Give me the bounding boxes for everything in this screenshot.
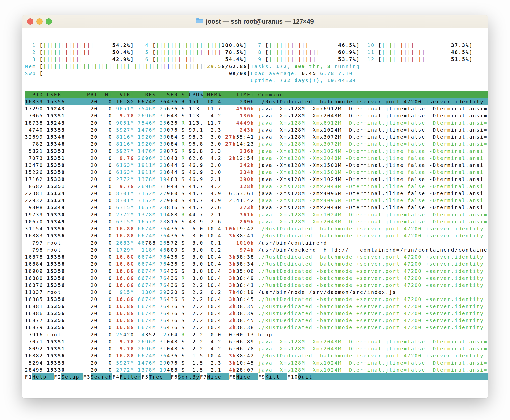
- process-row[interactable]: 797root2002683M4678826572S3.00.11010h/us…: [25, 239, 488, 246]
- cell-ni: 0: [101, 366, 112, 373]
- process-row[interactable]: 10670153492006315M1657M28816S43.92.6269h…: [25, 218, 488, 225]
- cell-user: 15356: [47, 282, 83, 289]
- cell-mem: 10.4: [207, 232, 222, 239]
- process-row[interactable]: 168851535620016.8G6674M76436S2.210.43h38…: [25, 296, 488, 303]
- process-row[interactable]: 17290152432009051M7546M25636S113.11.7456…: [25, 105, 488, 112]
- process-row[interactable]: 9808153492006315M1657M28816S44.72.6273hj…: [25, 204, 488, 211]
- fkey-f8[interactable]: F8Nice +: [229, 373, 258, 380]
- fkey-f2[interactable]: F2Setup: [54, 373, 83, 380]
- close-button[interactable]: [27, 18, 33, 25]
- cell-pri: 20: [87, 338, 98, 345]
- process-row[interactable]: 798root2001729M118M46800S3.00.2974h/usr/…: [25, 246, 488, 253]
- cell-pri: 20: [87, 183, 98, 190]
- cell-time: 3h38:38: [225, 324, 254, 331]
- cell-shr: 28644: [160, 169, 178, 176]
- title-bar: joost — ssh root@uranus — 127×49: [22, 15, 488, 28]
- cell-cmd: java -Xms128M -Xmx1024M -Dterminal.jline…: [258, 126, 488, 133]
- cell-s: S: [182, 112, 185, 119]
- process-row[interactable]: 22381151342008301M3152M27980S44.74.96:53…: [25, 190, 488, 197]
- process-row[interactable]: 311541535620016.8G6674M76436S6.010.410h1…: [25, 225, 488, 232]
- process-row[interactable]: 7065153512009.7G2696M31048S113.4.2136hja…: [25, 112, 488, 119]
- cell-pid: 17162: [25, 176, 43, 183]
- cell-user: 15346: [47, 140, 83, 147]
- cell-user: 15351: [47, 345, 83, 352]
- cell-virt: 6315M: [116, 204, 134, 211]
- process-row[interactable]: 7071153512009.7G2696M31048S2.24.26:06.89…: [25, 338, 488, 345]
- cell-pri: 20: [87, 197, 98, 204]
- process-row[interactable]: 15226153502006163M1911M28644S46.93.0234h…: [25, 169, 488, 176]
- cell-shr: 28816: [160, 218, 178, 225]
- process-row[interactable]: 168781535620016.8G6674M76436S3.010.43h38…: [25, 253, 488, 260]
- process-row[interactable]: 11037root200915M130M29320S2.20.27h40:19/…: [25, 289, 488, 296]
- cell-ni: 0: [101, 267, 112, 275]
- fkey-f7[interactable]: F7Nice -: [200, 373, 229, 380]
- cell-pri: 20: [87, 359, 98, 366]
- cell-virt: 16.8G: [116, 260, 134, 267]
- cell-res: 1378M: [138, 176, 156, 183]
- cell-user: root: [47, 246, 83, 253]
- process-row[interactable]: 17162153302002772M1378M19488S46.92.1390h…: [25, 176, 488, 183]
- cell-cmd: java -Xms128M -Xmx1024M -Dterminal.jline…: [258, 359, 488, 366]
- process-row[interactable]: 168761535620016.8G6674M76436S2.210.43h38…: [25, 282, 488, 289]
- process-row[interactable]: 19739153302002772M1378M19488R44.72.1361h…: [25, 211, 488, 218]
- process-row[interactable]: 22932151342008301M3152M27980S44.74.92:41…: [25, 197, 488, 204]
- cell-cmd: java -Xms128M -Xmx3072M -Dterminal.jline…: [258, 140, 488, 147]
- cell-time: 4566h: [225, 105, 254, 112]
- process-row[interactable]: 18738152432009051M7546M25636R113.11.7444…: [25, 119, 488, 126]
- process-row[interactable]: 13470153502006163M1911M28644S46.93.0242h…: [25, 162, 488, 169]
- cell-shr: 76436: [160, 260, 178, 267]
- process-row[interactable]: 168861535620016.8G6674M76436S2.210.43h38…: [25, 310, 488, 317]
- process-row[interactable]: 5821153532005927M1476M29076R96.82.3236hj…: [25, 147, 488, 155]
- process-row-selected[interactable]: 168391535620016.8G6674M76436R151.10.4200…: [25, 98, 488, 105]
- cell-s: S: [182, 133, 185, 140]
- process-row[interactable]: 168801535620016.8G6674M76436R3.010.43h38…: [25, 275, 488, 282]
- cell-time: 6:06.89: [225, 338, 254, 345]
- cell-s: S: [182, 91, 185, 98]
- process-row[interactable]: 168821535620016.8G6674M76436S1.510.43h38…: [25, 352, 488, 359]
- cell-user: 15356: [47, 225, 83, 232]
- process-row[interactable]: 7916root2002542043522764R2.20.00:00.13ht…: [25, 331, 488, 338]
- process-row[interactable]: 8092153512009.7G2696M31048S2.24.26:06.78…: [25, 345, 488, 352]
- cell-pid: 16886: [25, 310, 43, 317]
- cell-virt: 16.8G: [116, 282, 134, 289]
- cell-virt: 16.8G: [116, 225, 134, 232]
- process-row[interactable]: 168841535620016.8G6674M76436S3.010.43h38…: [25, 260, 488, 267]
- process-row[interactable]: 168791535620016.8G6674M76436S2.210.43h38…: [25, 324, 488, 331]
- cell-s: S: [182, 366, 185, 373]
- fkey-f3[interactable]: F3Search: [83, 373, 112, 380]
- process-row[interactable]: 28495153302002772M1378M19488S1.52.14h28:…: [25, 366, 488, 373]
- process-row[interactable]: 5294153532005927M1476M29076S1.52.33h10:4…: [25, 359, 488, 366]
- fkey-f6[interactable]: F6SortBy: [171, 373, 200, 380]
- process-row[interactable]: 168771535620016.8G6674M76436S2.210.43h38…: [25, 317, 488, 324]
- cell-mem: 3.0: [207, 162, 222, 169]
- process-row[interactable]: 168811535620016.8G6674M76436S2.210.43h38…: [25, 303, 488, 310]
- cell-s: S: [182, 359, 185, 366]
- process-row[interactable]: 4740153532005927M1476M29076S99.12.3243hj…: [25, 126, 488, 133]
- process-row[interactable]: 8682153512009.7G2696M31048S44.74.2128hja…: [25, 183, 488, 190]
- process-row[interactable]: 7073153512009.7G2696M31048R62.64.22h12:5…: [25, 155, 488, 162]
- cell-s: R: [182, 140, 185, 147]
- zoom-button[interactable]: [46, 18, 52, 25]
- fkey-f5[interactable]: F5Tree: [141, 373, 171, 380]
- process-row[interactable]: 169091535620016.8G6674M76436S3.010.43h35…: [25, 267, 488, 275]
- cell-ni: 0: [101, 183, 112, 190]
- fkey-f10[interactable]: F10Quit: [287, 373, 313, 380]
- cell-s: S: [182, 204, 185, 211]
- minimize-button[interactable]: [36, 18, 43, 25]
- process-row[interactable]: 32699153462008116M1920M30084S98.33.027h5…: [25, 133, 488, 140]
- cell-pid: 797: [25, 239, 43, 246]
- cell-time: 3h38:45: [225, 317, 254, 324]
- cell-shr: 27980: [160, 190, 178, 197]
- cell-s: S: [182, 105, 185, 112]
- cell-pid: 16876: [25, 282, 43, 289]
- fkey-f4[interactable]: F4Filter: [112, 373, 142, 380]
- cell-user: 15353: [47, 147, 83, 155]
- fkey-f9[interactable]: F9Kill: [258, 373, 287, 380]
- cell-cmd: /usr/bin/containerd: [258, 239, 488, 246]
- cell-res: 6674M: [138, 352, 156, 359]
- cell-pid: 9808: [25, 204, 43, 211]
- process-row[interactable]: 782153462008116M1920M30084R96.83.027h14:…: [25, 140, 488, 147]
- process-row[interactable]: 168831535620016.8G6674M76436S3.010.43h38…: [25, 232, 488, 239]
- cell-cpu: 44.7: [189, 211, 204, 218]
- fkey-f1[interactable]: F1Help: [25, 373, 54, 380]
